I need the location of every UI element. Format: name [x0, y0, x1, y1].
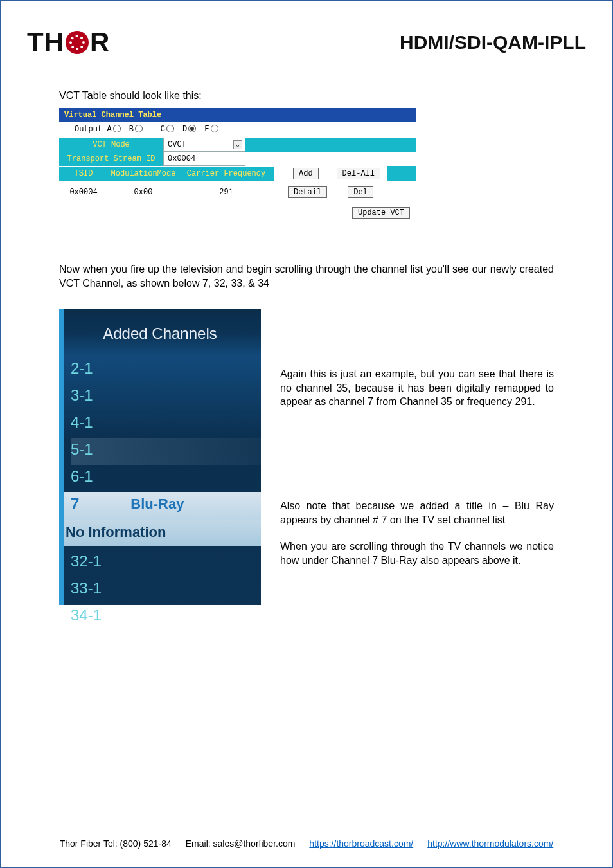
list-item-selected: 7 Blu-Ray [59, 492, 261, 520]
list-item: 34-1 [71, 604, 261, 631]
footer-link-2[interactable]: http://www.thormodulators.com/ [427, 838, 553, 849]
add-button[interactable]: Add [293, 168, 319, 179]
intro-text: VCT Table should look like this: [59, 90, 554, 102]
radio-output-c[interactable] [166, 125, 174, 132]
vct-panel: Virtual Channel Table Output A B C D E V… [59, 108, 416, 224]
paragraph-1: Now when you fire up the television and … [59, 262, 554, 290]
tv-title: Added Channels [59, 309, 261, 357]
vct-panel-title: Virtual Channel Table [59, 108, 416, 122]
col-modulationmode: ModulationMode [108, 167, 179, 181]
page-header: TH R HDMI/SDI-QAM-IPLL [27, 27, 586, 58]
cell-modulation: 0x00 [108, 188, 179, 197]
vct-output-a-label: A [107, 125, 111, 134]
update-vct-button[interactable]: Update VCT [352, 207, 410, 219]
col-tsid: TSID [59, 167, 108, 181]
list-item: 6-1 [71, 465, 261, 492]
del-all-button[interactable]: Del-All [337, 168, 380, 179]
cell-carrier-freq: 291 [179, 188, 274, 197]
vct-output-row: Output A B C D E [59, 122, 416, 138]
paragraph-3: Also note that because we added a title … [280, 499, 554, 527]
vct-mode-label: VCT Mode [59, 138, 163, 152]
detail-button[interactable]: Detail [288, 186, 327, 198]
footer-link-1[interactable]: https://thorbroadcast.com/ [309, 838, 413, 849]
footer-phone: Thor Fiber Tel: (800) 521-84 [60, 838, 172, 849]
list-item: 33-1 [71, 577, 261, 604]
no-information-banner: No Information [59, 520, 261, 546]
col-carrierfreq: Carrier Frequency [179, 167, 274, 181]
vct-output-e-label: E [204, 125, 209, 134]
list-item: 5-1 [71, 438, 261, 465]
list-item: 3-1 [71, 384, 261, 411]
vct-output-label: Output [75, 125, 102, 134]
footer-email: Email: sales@thorfiber.com [186, 838, 296, 849]
vct-mode-select[interactable]: CVCT ⌄ [163, 138, 245, 152]
del-button[interactable]: Del [348, 186, 373, 198]
radio-output-b[interactable] [135, 125, 143, 132]
chevron-down-icon: ⌄ [233, 140, 242, 149]
vct-output-b-label: B [129, 125, 134, 134]
tv-screenshot: Added Channels 2-1 3-1 4-1 5-1 6-1 7 Blu… [59, 309, 261, 605]
vct-output-d-label: D [182, 125, 187, 134]
table-row: 0x0004 0x00 291 Detail Del [59, 181, 416, 207]
radio-output-d[interactable] [188, 125, 196, 132]
selected-channel-label: Blu-Ray [130, 496, 184, 512]
list-item: 32-1 [71, 550, 261, 577]
cell-tsid: 0x0004 [59, 188, 108, 197]
gear-globe-icon [66, 31, 89, 54]
radio-output-a[interactable] [113, 125, 121, 132]
paragraph-2: Again this is just an example, but you c… [280, 367, 554, 409]
selected-channel-number: 7 [71, 495, 79, 513]
page-title: HDMI/SDI-QAM-IPLL [400, 32, 586, 53]
list-item: 4-1 [71, 411, 261, 438]
list-item: 2-1 [71, 357, 261, 384]
brand-logo-text: TH R [27, 27, 110, 58]
radio-output-e[interactable] [211, 125, 218, 132]
page-footer: Thor Fiber Tel: (800) 521-84 Email: sale… [1, 838, 612, 849]
paragraph-4: When you are scrolling through the TV ch… [280, 539, 554, 567]
vct-tsid-label: Transport Stream ID [59, 152, 163, 166]
vct-tsid-input[interactable]: 0x0004 [163, 152, 245, 166]
vct-output-c-label: C [161, 125, 165, 134]
brand-logo: TH R [27, 27, 110, 58]
